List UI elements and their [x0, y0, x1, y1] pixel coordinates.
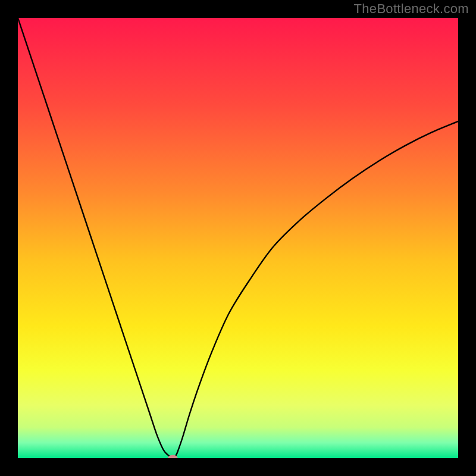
bottleneck-chart	[18, 18, 458, 458]
plot-area	[18, 18, 458, 458]
watermark-label: TheBottleneck.com	[354, 1, 469, 17]
gradient-background	[18, 18, 458, 458]
chart-frame: TheBottleneck.com	[0, 0, 476, 476]
